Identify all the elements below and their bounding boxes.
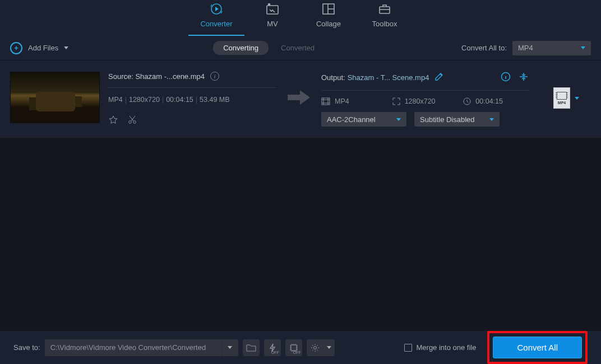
meta-resolution: 1280x720: [129, 96, 160, 104]
svg-point-6: [133, 121, 136, 124]
file-list: Source: Shazam -...cene.mp4 i MP4|1280x7…: [0, 60, 601, 138]
checkbox-icon: [404, 344, 412, 352]
meta-duration: 00:04:15: [166, 96, 193, 104]
bottom-bar: Save to: C:\Vidmore\Vidmore Video Conver…: [0, 330, 601, 364]
tab-collage[interactable]: Collage: [300, 3, 357, 36]
toolbox-icon: [378, 3, 391, 15]
source-block: Source: Shazam -...cene.mp4 i MP4|1280x7…: [108, 72, 276, 127]
source-actions: [108, 115, 276, 127]
settings-dropdown[interactable]: [323, 339, 335, 356]
out-resolution: 1280x720: [405, 97, 436, 105]
toolbar: + Add Files Converting Converted Convert…: [0, 36, 601, 60]
svg-rect-8: [322, 98, 330, 105]
convert-all-to: Convert All to: MP4: [461, 41, 591, 55]
output-line: Output: Shazam - T... Scene.mp4: [321, 72, 529, 91]
high-speed-button[interactable]: OFF: [285, 339, 302, 356]
svg-point-11: [313, 346, 316, 349]
tab-converter[interactable]: Converter: [188, 3, 244, 36]
file-row: Source: Shazam -...cene.mp4 i MP4|1280x7…: [10, 72, 591, 127]
convert-all-to-label: Convert All to:: [461, 44, 507, 52]
save-path: C:\Vidmore\Vidmore Video Converter\Conve…: [45, 343, 221, 352]
converter-icon: [210, 3, 223, 15]
tab-label: Toolbox: [372, 20, 397, 28]
svg-rect-4: [380, 7, 390, 13]
meta-format: MP4: [108, 96, 123, 104]
compress-icon[interactable]: [519, 72, 529, 83]
source-line: Source: Shazam -...cene.mp4 i: [108, 72, 276, 88]
info-circle-icon[interactable]: [501, 72, 511, 83]
chevron-down-icon[interactable]: [575, 97, 579, 100]
mv-icon: [266, 3, 279, 15]
info-icon[interactable]: i: [210, 72, 219, 81]
film-icon: [557, 92, 567, 100]
arrow-icon: [282, 72, 316, 123]
open-folder-button[interactable]: [243, 339, 260, 356]
tab-label: Collage: [316, 20, 341, 28]
chevron-down-icon: [396, 118, 401, 121]
tab-mv[interactable]: MV: [244, 3, 300, 36]
settings-button[interactable]: [307, 339, 323, 356]
chevron-down-icon: [327, 346, 331, 349]
output-format-button-wrap: MP4: [534, 72, 579, 109]
converting-tab[interactable]: Converting: [213, 41, 269, 55]
gpu-accel-button[interactable]: OFF: [264, 339, 281, 356]
edit-icon[interactable]: [434, 72, 443, 83]
subtitle-select[interactable]: Subtitle Disabled: [414, 112, 500, 127]
state-tabs: Converting Converted: [213, 41, 317, 55]
svg-point-2: [269, 4, 270, 6]
convert-all-highlight: Convert All: [487, 331, 588, 364]
chevron-down-icon: [64, 46, 68, 49]
plus-icon: +: [10, 42, 22, 54]
add-files-label: Add Files: [28, 44, 58, 52]
chevron-down-icon: [581, 46, 585, 49]
add-files-button[interactable]: + Add Files: [10, 42, 68, 54]
save-to-label: Save to:: [13, 343, 40, 352]
out-duration: 00:04:15: [475, 97, 503, 105]
output-format-button[interactable]: MP4: [553, 87, 570, 109]
merge-label: Merge into one file: [417, 343, 477, 352]
output-name: Shazam - T... Scene.mp4: [348, 73, 429, 82]
tab-label: MV: [267, 20, 278, 28]
merge-checkbox[interactable]: Merge into one file: [404, 343, 477, 352]
chevron-down-icon: [489, 118, 494, 121]
star-icon[interactable]: [108, 115, 118, 127]
chevron-down-icon: [228, 346, 232, 349]
source-label: Source:: [108, 72, 133, 81]
select-value: Subtitle Disabled: [420, 115, 475, 124]
tab-label: Converter: [200, 20, 232, 28]
output-block: Output: Shazam - T... Scene.mp4 MP4 1280…: [321, 72, 529, 127]
tab-toolbox[interactable]: Toolbox: [357, 3, 413, 36]
video-thumbnail[interactable]: [10, 72, 100, 123]
convert-all-format-select[interactable]: MP4: [512, 41, 591, 55]
source-name: Shazam -...cene.mp4: [135, 72, 205, 81]
svg-rect-10: [291, 345, 297, 351]
convert-all-button[interactable]: Convert All: [493, 337, 582, 358]
output-selects: AAC-2Channel Subtitle Disabled: [321, 112, 529, 127]
output-label: Output:: [321, 73, 345, 82]
out-format: MP4: [335, 97, 349, 105]
converted-tab[interactable]: Converted: [279, 41, 317, 55]
audio-select[interactable]: AAC-2Channel: [321, 112, 406, 127]
format-caption: MP4: [558, 101, 566, 105]
output-meta: MP4 1280x720 00:04:15: [321, 97, 529, 105]
save-path-select: C:\Vidmore\Vidmore Video Converter\Conve…: [45, 339, 238, 356]
save-path-dropdown[interactable]: [221, 339, 238, 356]
cut-icon[interactable]: [127, 115, 137, 127]
select-value: AAC-2Channel: [327, 115, 376, 124]
source-meta: MP4|1280x720|00:04:15|53.49 MB: [108, 96, 276, 104]
top-tabs: Converter MV Collage Toolbox: [0, 0, 601, 36]
svg-point-5: [129, 121, 132, 124]
collage-icon: [322, 3, 335, 15]
select-value: MP4: [518, 44, 533, 52]
meta-size: 53.49 MB: [200, 96, 230, 104]
